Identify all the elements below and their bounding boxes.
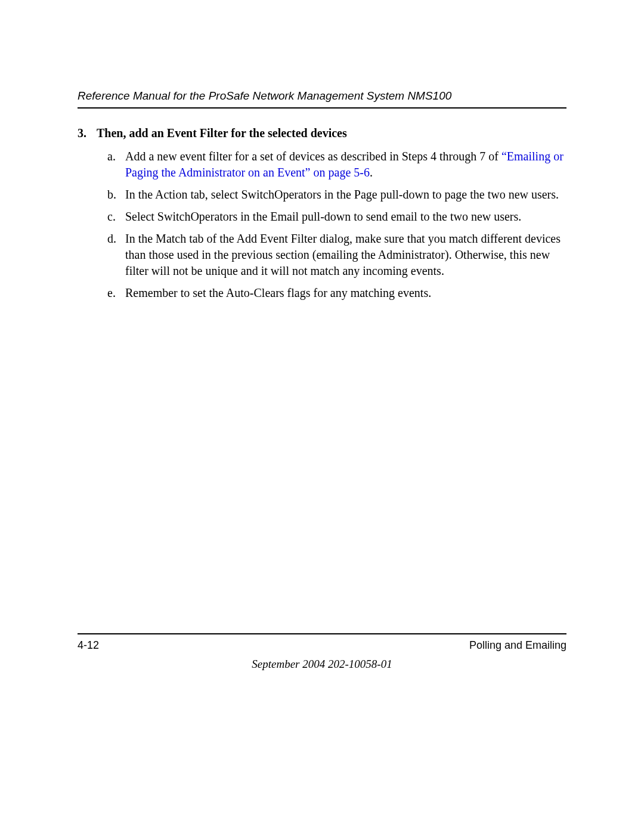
item-letter: e. <box>107 285 125 301</box>
sub-step-list: a. Add a new event filter for a set of d… <box>107 148 566 301</box>
item-text-before: Add a new event filter for a set of devi… <box>125 150 501 163</box>
item-letter: c. <box>107 209 125 225</box>
step-heading: 3. Then, add an Event Filter for the sel… <box>78 126 566 140</box>
step-number: 3. <box>78 126 97 140</box>
list-item: d. In the Match tab of the Add Event Fil… <box>107 231 566 279</box>
document-page: Reference Manual for the ProSafe Network… <box>0 0 644 833</box>
step-title: Then, add an Event Filter for the select… <box>97 126 347 140</box>
item-letter: b. <box>107 187 125 203</box>
list-item: b. In the Action tab, select SwitchOpera… <box>107 187 566 203</box>
list-item: e. Remember to set the Auto-Clears flags… <box>107 285 566 301</box>
item-text: In the Action tab, select SwitchOperator… <box>125 187 566 203</box>
item-letter: d. <box>107 231 125 279</box>
item-text-after: . <box>370 166 373 179</box>
page-number: 4-12 <box>78 639 99 652</box>
list-item: a. Add a new event filter for a set of d… <box>107 148 566 181</box>
item-text: Add a new event filter for a set of devi… <box>125 148 566 181</box>
item-text: In the Match tab of the Add Event Filter… <box>125 231 566 279</box>
footer-date: September 2004 202-10058-01 <box>78 658 566 671</box>
item-letter: a. <box>107 148 125 181</box>
list-item: c. Select SwitchOperators in the Email p… <box>107 209 566 225</box>
footer-bar: 4-12 Polling and Emailing <box>78 633 566 652</box>
page-header: Reference Manual for the ProSafe Network… <box>78 89 566 109</box>
item-text: Remember to set the Auto-Clears flags fo… <box>125 285 566 301</box>
page-footer: 4-12 Polling and Emailing September 2004… <box>78 633 566 671</box>
section-name: Polling and Emailing <box>469 639 566 652</box>
item-text: Select SwitchOperators in the Email pull… <box>125 209 566 225</box>
